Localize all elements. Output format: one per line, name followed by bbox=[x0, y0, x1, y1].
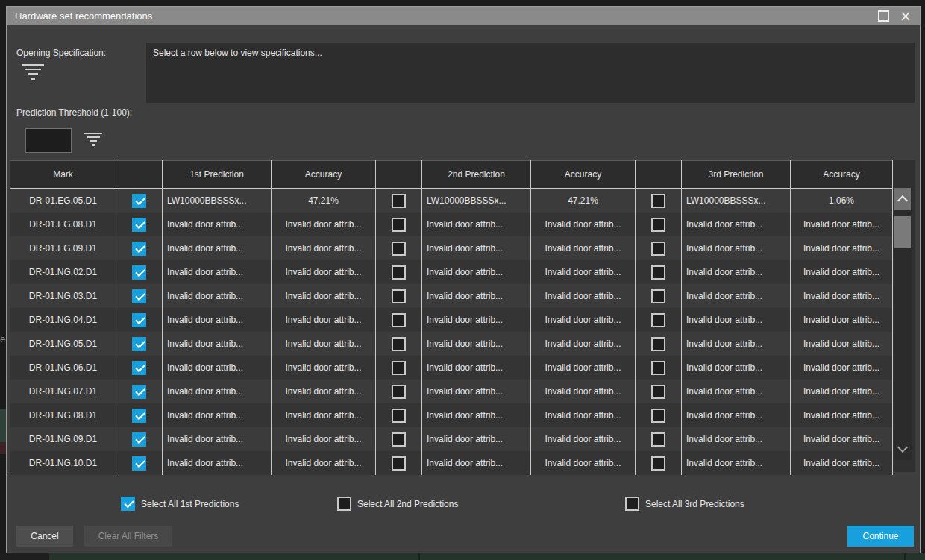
row-select-1st-checkbox[interactable] bbox=[132, 313, 146, 327]
titlebar[interactable]: Hardware set recommendations × bbox=[7, 7, 920, 25]
row-select-1st-checkbox[interactable] bbox=[132, 361, 146, 375]
close-button[interactable]: × bbox=[889, 9, 912, 23]
column-header-select[interactable] bbox=[116, 161, 163, 189]
accuracy-2nd-cell: Invalid door attrib... bbox=[531, 427, 636, 451]
table-row[interactable]: DR-01.NG.05.D1Invalid door attrib...Inva… bbox=[10, 332, 893, 356]
row-select-2nd-checkbox[interactable] bbox=[392, 313, 406, 327]
row-select-1st-checkbox[interactable] bbox=[132, 385, 146, 399]
checkbox-cell bbox=[636, 451, 682, 475]
table-row[interactable]: DR-01.NG.09.D1Invalid door attrib...Inva… bbox=[10, 427, 893, 451]
checkbox-cell bbox=[636, 236, 682, 260]
row-select-3rd-checkbox[interactable] bbox=[651, 242, 665, 256]
row-select-1st-checkbox[interactable] bbox=[132, 289, 146, 303]
mark-cell: DR-01.NG.08.D1 bbox=[10, 403, 116, 427]
check-icon bbox=[124, 498, 134, 508]
column-header-select[interactable] bbox=[376, 161, 422, 189]
column-header-mark[interactable]: Mark bbox=[10, 161, 116, 189]
table-row[interactable]: DR-01.EG.09.D1Invalid door attrib...Inva… bbox=[10, 236, 893, 260]
row-select-1st-checkbox[interactable] bbox=[132, 265, 146, 280]
row-select-3rd-checkbox[interactable] bbox=[651, 289, 665, 303]
cancel-button[interactable]: Cancel bbox=[16, 526, 73, 547]
row-select-3rd-checkbox[interactable] bbox=[651, 385, 665, 399]
continue-button[interactable]: Continue bbox=[847, 526, 914, 547]
vertical-scrollbar[interactable] bbox=[894, 188, 912, 460]
column-header-accuracy[interactable]: Accuracy bbox=[272, 161, 376, 189]
row-select-3rd-checkbox[interactable] bbox=[651, 432, 665, 447]
table-row[interactable]: DR-01.NG.07.D1Invalid door attrib...Inva… bbox=[10, 380, 893, 403]
select-all-2-checkbox[interactable] bbox=[337, 497, 351, 511]
row-select-2nd-checkbox[interactable] bbox=[392, 385, 406, 399]
select-all-1-checkbox[interactable] bbox=[121, 497, 135, 511]
column-header-2nd-prediction[interactable]: 2nd Prediction bbox=[422, 161, 531, 189]
row-select-2nd-checkbox[interactable] bbox=[392, 289, 406, 303]
prediction-threshold-input[interactable] bbox=[25, 128, 72, 153]
row-select-1st-checkbox[interactable] bbox=[132, 409, 146, 423]
table-row[interactable]: DR-01.EG.08.D1Invalid door attrib...Inva… bbox=[10, 213, 893, 236]
check-icon bbox=[135, 362, 145, 371]
table-row[interactable]: DR-01.NG.06.D1Invalid door attrib...Inva… bbox=[10, 356, 893, 380]
check-icon bbox=[135, 290, 145, 300]
row-select-2nd-checkbox[interactable] bbox=[392, 361, 406, 375]
row-select-1st-checkbox[interactable] bbox=[132, 194, 146, 208]
column-header-accuracy[interactable]: Accuracy bbox=[531, 161, 636, 189]
accuracy-1st-cell: 47.21% bbox=[272, 189, 376, 213]
row-select-2nd-checkbox[interactable] bbox=[392, 409, 406, 423]
prediction-1st-cell: Invalid door attrib... bbox=[163, 427, 272, 451]
row-select-1st-checkbox[interactable] bbox=[132, 337, 146, 351]
prediction-2nd-cell: Invalid door attrib... bbox=[422, 213, 531, 236]
row-select-2nd-checkbox[interactable] bbox=[392, 242, 406, 256]
row-select-2nd-checkbox[interactable] bbox=[392, 337, 406, 351]
row-select-2nd-checkbox[interactable] bbox=[392, 218, 406, 232]
maximize-button[interactable] bbox=[878, 10, 889, 22]
row-select-2nd-checkbox[interactable] bbox=[392, 456, 406, 471]
screen: { "window": { "title": "Hardware set rec… bbox=[0, 0, 925, 560]
scrollbar-up-button[interactable] bbox=[894, 188, 911, 210]
row-select-1st-checkbox[interactable] bbox=[132, 218, 146, 232]
accuracy-3rd-cell: Invalid door attrib... bbox=[791, 284, 893, 308]
accuracy-1st-cell: Invalid door attrib... bbox=[272, 356, 376, 380]
column-header-3rd-prediction[interactable]: 3rd Prediction bbox=[682, 161, 791, 189]
table-row[interactable]: DR-01.NG.04.D1Invalid door attrib...Inva… bbox=[10, 308, 893, 332]
column-header-select[interactable] bbox=[636, 161, 682, 189]
prediction-1st-cell: LW10000BBSSSx... bbox=[163, 189, 272, 213]
column-header-accuracy[interactable]: Accuracy bbox=[791, 161, 893, 189]
accuracy-3rd-cell: Invalid door attrib... bbox=[791, 236, 893, 260]
column-header-1st-prediction[interactable]: 1st Prediction bbox=[163, 161, 272, 189]
prediction-2nd-cell: Invalid door attrib... bbox=[422, 380, 531, 403]
prediction-1st-cell: Invalid door attrib... bbox=[163, 380, 272, 403]
table-row[interactable]: DR-01.NG.03.D1Invalid door attrib...Inva… bbox=[10, 284, 893, 308]
row-select-3rd-checkbox[interactable] bbox=[651, 409, 665, 423]
table-row[interactable]: DR-01.NG.10.D1Invalid door attrib...Inva… bbox=[10, 451, 893, 475]
accuracy-1st-cell: Invalid door attrib... bbox=[272, 308, 376, 332]
accuracy-2nd-cell: Invalid door attrib... bbox=[531, 403, 636, 427]
check-icon bbox=[135, 266, 145, 276]
scrollbar-down-button[interactable] bbox=[894, 438, 911, 460]
row-select-3rd-checkbox[interactable] bbox=[651, 361, 665, 375]
scrollbar-thumb[interactable] bbox=[894, 216, 911, 248]
row-select-3rd-checkbox[interactable] bbox=[651, 265, 665, 280]
checkbox-cell bbox=[636, 356, 682, 380]
table-row[interactable]: DR-01.NG.02.D1Invalid door attrib...Inva… bbox=[10, 260, 893, 284]
row-select-3rd-checkbox[interactable] bbox=[651, 313, 665, 327]
opening-specification-filter-icon[interactable] bbox=[21, 64, 45, 80]
row-select-3rd-checkbox[interactable] bbox=[651, 194, 665, 208]
prediction-threshold-filter-icon[interactable] bbox=[84, 133, 103, 146]
select-all-3-checkbox[interactable] bbox=[625, 497, 639, 511]
table-row[interactable]: DR-01.NG.08.D1Invalid door attrib...Inva… bbox=[10, 403, 893, 427]
row-select-3rd-checkbox[interactable] bbox=[651, 218, 665, 232]
row-select-3rd-checkbox[interactable] bbox=[651, 456, 665, 471]
opening-specification-box[interactable]: Select a row below to view specification… bbox=[146, 43, 915, 103]
accuracy-2nd-cell: Invalid door attrib... bbox=[531, 260, 636, 284]
row-select-1st-checkbox[interactable] bbox=[132, 432, 146, 447]
table-row[interactable]: DR-01.EG.05.D1LW10000BBSSSx...47.21%LW10… bbox=[10, 189, 893, 213]
row-select-1st-checkbox[interactable] bbox=[132, 456, 146, 471]
row-select-2nd-checkbox[interactable] bbox=[392, 194, 406, 208]
row-select-2nd-checkbox[interactable] bbox=[392, 265, 406, 280]
row-select-2nd-checkbox[interactable] bbox=[392, 432, 406, 447]
chevron-down-icon bbox=[897, 442, 908, 453]
accuracy-3rd-cell: 1.06% bbox=[791, 189, 893, 213]
row-select-3rd-checkbox[interactable] bbox=[651, 337, 665, 351]
check-icon bbox=[135, 338, 145, 347]
clear-all-filters-button[interactable]: Clear All Filters bbox=[84, 526, 172, 547]
row-select-1st-checkbox[interactable] bbox=[132, 242, 146, 256]
